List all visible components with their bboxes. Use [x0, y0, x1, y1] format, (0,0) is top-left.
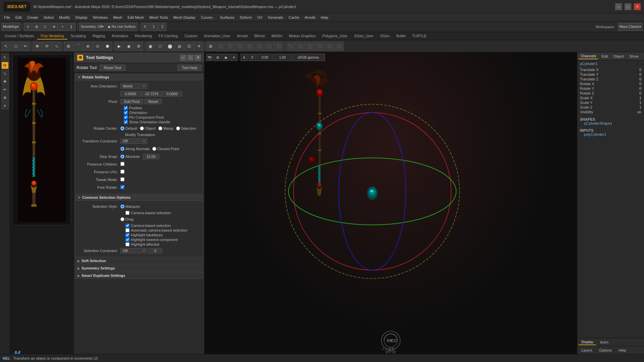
icon-render-seq[interactable]: ▶: [114, 42, 124, 51]
icon-rotate[interactable]: ⟳: [42, 42, 52, 51]
rotate-y-val[interactable]: 0: [607, 86, 641, 90]
vp-camera-btn[interactable]: 📷: [206, 54, 213, 61]
tab-poly-modeling[interactable]: Poly Modeling: [37, 33, 67, 40]
vp-num-btn1[interactable]: X: [249, 54, 256, 61]
step-absolute-radio[interactable]: [120, 155, 124, 159]
tab-animation[interactable]: Animation: [108, 33, 131, 40]
strip-rotate[interactable]: ⟳: [1, 62, 9, 69]
options-tab[interactable]: Options: [596, 348, 614, 353]
icon-unfold[interactable]: ⬛: [296, 42, 305, 51]
icon-render-settings[interactable]: ⚙: [134, 42, 143, 51]
icon-material[interactable]: ◍: [175, 42, 184, 51]
ts-close-btn[interactable]: ✕: [195, 55, 201, 61]
camera-based-marquee-checkbox[interactable]: [125, 211, 129, 215]
sc-num-input[interactable]: [149, 248, 162, 253]
tab-bifrost[interactable]: Bifrost: [251, 33, 268, 40]
icon-cut[interactable]: ⬛: [325, 42, 334, 51]
tab-rendering[interactable]: Rendering: [131, 33, 155, 40]
rc-selection-radio[interactable]: [176, 126, 180, 130]
menu-curves[interactable]: Curves .: [198, 15, 217, 20]
tb-btn-4[interactable]: ⊕: [50, 23, 58, 31]
tb-btn-5[interactable]: ⌖: [59, 23, 67, 31]
vp-pause-btn[interactable]: ⏸: [240, 54, 248, 61]
marquee-radio[interactable]: [120, 204, 124, 208]
icon-lasso[interactable]: ⬡: [11, 42, 20, 51]
icon-select[interactable]: ↖: [1, 42, 11, 51]
icon-snap-grid[interactable]: ⊞: [64, 42, 73, 51]
icon-ipr[interactable]: ◉: [124, 42, 133, 51]
icon-snap-curve[interactable]: ⌒: [73, 42, 83, 51]
minimize-button[interactable]: ─: [615, 3, 622, 10]
ts-maximize-btn[interactable]: □: [187, 55, 194, 61]
strip-paint[interactable]: ✏: [1, 86, 9, 93]
tb-live[interactable]: ◉ No Live Surface: [106, 23, 137, 31]
tab-custom[interactable]: Custom: [181, 33, 201, 40]
icon-bridge[interactable]: ⬛: [225, 42, 235, 51]
vp-shading-btn[interactable]: ◉: [222, 54, 229, 61]
edit-pivot-btn[interactable]: Edit Pivot: [120, 99, 143, 104]
tb-btn-6[interactable]: ∥: [67, 23, 75, 31]
right-tab-edit[interactable]: Edit: [599, 54, 610, 59]
highlight-backfaces-checkbox[interactable]: [125, 233, 129, 237]
icon-sew[interactable]: ⬛: [334, 42, 344, 51]
icon-connect[interactable]: ⬛: [245, 42, 254, 51]
icon-show-mesh[interactable]: ▣: [146, 42, 155, 51]
strip-scale[interactable]: ⤡: [1, 70, 9, 77]
vp-lighting-btn[interactable]: ☀: [230, 54, 237, 61]
position-checkbox[interactable]: [124, 106, 128, 110]
anim-tab[interactable]: Anim: [597, 340, 611, 345]
scale-x-val[interactable]: 1: [607, 96, 641, 100]
menu-display[interactable]: Display: [73, 15, 90, 20]
icon-smooth[interactable]: ⬤: [165, 42, 174, 51]
menu-file[interactable]: File: [1, 15, 13, 20]
visibility-val[interactable]: on: [607, 110, 641, 114]
right-tab-show[interactable]: Show: [627, 54, 641, 59]
tb-x[interactable]: X: [141, 23, 149, 31]
icon-poly-count[interactable]: ⬛: [286, 42, 295, 51]
menu-surfaces[interactable]: Surfaces: [217, 15, 237, 20]
icon-light[interactable]: ☀: [194, 42, 204, 51]
preserve-uvs-checkbox[interactable]: [120, 170, 124, 174]
show-orientation-checkbox[interactable]: [124, 120, 128, 124]
rc-manip-radio[interactable]: [158, 126, 162, 130]
menu-mesh-display[interactable]: Mesh Display: [171, 15, 198, 20]
menu-mesh[interactable]: Mesh: [110, 15, 125, 20]
menu-edit[interactable]: Edit: [13, 15, 24, 20]
icon-insert-loop[interactable]: ⬛: [274, 42, 283, 51]
strip-move[interactable]: ✥: [1, 78, 9, 85]
reset-pivot-btn[interactable]: Reset: [145, 99, 162, 104]
tweak-mode-checkbox[interactable]: [120, 177, 124, 181]
help-tab[interactable]: Help: [616, 348, 629, 353]
highlight-affected-checkbox[interactable]: [125, 242, 129, 246]
icon-split[interactable]: ⬛: [264, 42, 274, 51]
rotate-z-val[interactable]: 0: [607, 91, 641, 95]
translate-z-val[interactable]: 0: [607, 77, 641, 81]
mode-dropdown[interactable]: Modeling▾: [1, 23, 20, 31]
icon-xray[interactable]: ⊞: [206, 42, 215, 51]
menu-uv[interactable]: UV: [255, 15, 265, 20]
shapes-value[interactable]: pCylinderShape1: [583, 121, 612, 125]
strip-options[interactable]: ≡: [1, 102, 9, 109]
close-button[interactable]: ✕: [634, 3, 641, 10]
pin-component-checkbox[interactable]: [124, 115, 128, 119]
menu-help[interactable]: Help: [318, 15, 331, 20]
tb-sym-off[interactable]: Symmetry: Off▾: [79, 23, 106, 31]
tab-motion-graphics[interactable]: Motion Graphics: [285, 33, 319, 40]
tab-bullet[interactable]: Bullet: [393, 33, 409, 40]
tab-sculpting[interactable]: Sculpting: [67, 33, 89, 40]
translate-y-val[interactable]: 0: [607, 72, 641, 76]
reset-tool-btn[interactable]: Reset Tool: [100, 65, 126, 71]
tb-num1[interactable]: 1: [150, 23, 158, 31]
smart-duplicate-header[interactable]: ▶ Smart Duplicate Settings: [75, 272, 203, 279]
menu-windows[interactable]: Windows: [90, 15, 111, 20]
translate-x-val[interactable]: 0: [607, 68, 641, 72]
menu-mesh-tools[interactable]: Mesh Tools: [147, 15, 170, 20]
rc-default-radio[interactable]: [120, 126, 124, 130]
strip-snap[interactable]: ⊕: [1, 94, 9, 101]
inputs-value[interactable]: polyCylinder1: [583, 132, 606, 136]
scale-y-val[interactable]: 1: [607, 101, 641, 105]
selection-constraint-dropdown[interactable]: Off ▾: [120, 248, 147, 253]
maximize-button[interactable]: □: [625, 3, 631, 10]
menu-deform[interactable]: Deform: [237, 15, 255, 20]
tb-btn-1[interactable]: ⊙: [24, 23, 32, 31]
